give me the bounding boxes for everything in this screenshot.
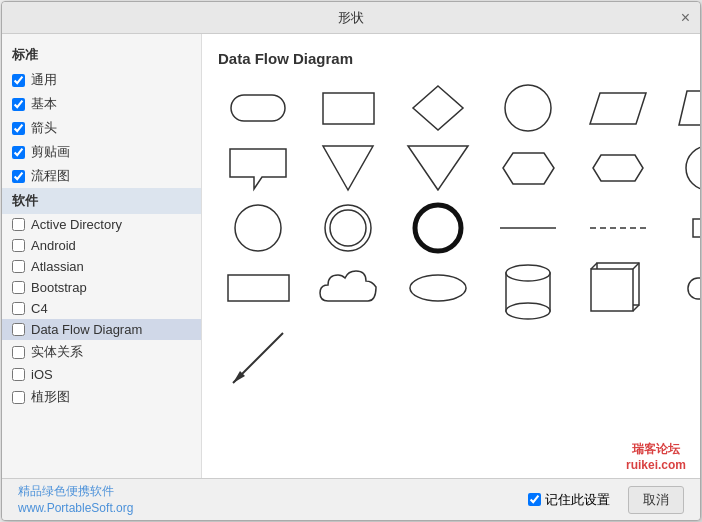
sidebar-item-android[interactable]: Android bbox=[2, 235, 201, 256]
sidebar-label-entity: 实体关系 bbox=[31, 343, 83, 361]
checkbox-general[interactable] bbox=[12, 74, 25, 87]
checkbox-arrow[interactable] bbox=[12, 122, 25, 135]
shape-box-3d bbox=[583, 263, 653, 313]
sidebar-label-flowchart: 流程图 bbox=[31, 167, 70, 185]
svg-point-20 bbox=[410, 275, 466, 301]
svg-marker-10 bbox=[593, 155, 643, 181]
svg-rect-19 bbox=[228, 275, 289, 301]
shape-dashed-line bbox=[583, 203, 653, 253]
sidebar-item-flowchart[interactable]: 流程图 bbox=[2, 164, 201, 188]
svg-rect-25 bbox=[591, 269, 633, 311]
sidebar-item-arrow[interactable]: 箭头 bbox=[2, 116, 201, 140]
shape-cloud bbox=[313, 263, 383, 313]
svg-point-14 bbox=[330, 210, 366, 246]
sidebar-label-arrow: 箭头 bbox=[31, 119, 57, 137]
svg-point-22 bbox=[506, 265, 550, 281]
checkbox-atlassian[interactable] bbox=[12, 260, 25, 273]
shapes-dialog: 形状 × 标准 通用 基本 箭头 剪贴画 bbox=[1, 1, 701, 521]
sidebar-item-basic[interactable]: 基本 bbox=[2, 92, 201, 116]
shape-diamond bbox=[403, 83, 473, 133]
shapes-grid bbox=[218, 83, 684, 383]
standard-section-header: 标准 bbox=[2, 42, 201, 68]
svg-marker-9 bbox=[503, 153, 554, 184]
sidebar-item-ios[interactable]: iOS bbox=[2, 364, 201, 385]
svg-point-3 bbox=[505, 85, 551, 131]
shape-hexagon bbox=[493, 143, 563, 193]
footer-link-line1[interactable]: 精品绿色便携软件 bbox=[18, 483, 133, 500]
footer-link-line2[interactable]: www.PortableSoft.org bbox=[18, 500, 133, 517]
close-button[interactable]: × bbox=[681, 10, 690, 26]
shape-wide-rect bbox=[223, 263, 293, 313]
checkbox-basic[interactable] bbox=[12, 98, 25, 111]
sidebar-item-clipart[interactable]: 剪贴画 bbox=[2, 140, 201, 164]
shape-triangle-down bbox=[313, 143, 383, 193]
shape-parallelogram bbox=[583, 83, 653, 133]
svg-marker-5 bbox=[679, 91, 700, 125]
checkbox-flowchart[interactable] bbox=[12, 170, 25, 183]
remember-checkbox[interactable] bbox=[528, 493, 541, 506]
sidebar-label-active-directory: Active Directory bbox=[31, 217, 122, 232]
checkbox-ios[interactable] bbox=[12, 368, 25, 381]
footer-link-area: 精品绿色便携软件 www.PortableSoft.org bbox=[18, 483, 133, 517]
sidebar-item-atlassian[interactable]: Atlassian bbox=[2, 256, 201, 277]
checkbox-active-directory[interactable] bbox=[12, 218, 25, 231]
sidebar-item-c4[interactable]: C4 bbox=[2, 298, 201, 319]
shape-oval bbox=[403, 263, 473, 313]
svg-marker-4 bbox=[590, 93, 646, 124]
shape-circle3 bbox=[223, 203, 293, 253]
shape-arrow-diagonal bbox=[223, 333, 293, 383]
software-section-header: 软件 bbox=[2, 188, 201, 214]
shape-circle-thick bbox=[403, 203, 473, 253]
svg-point-11 bbox=[686, 146, 700, 190]
sidebar-label-atlassian: Atlassian bbox=[31, 259, 84, 274]
sidebar-label-c4: C4 bbox=[31, 301, 48, 316]
remember-label: 记住此设置 bbox=[545, 491, 610, 509]
sidebar-item-bootstrap[interactable]: Bootstrap bbox=[2, 277, 201, 298]
shape-circle-double bbox=[313, 203, 383, 253]
sidebar-item-general[interactable]: 通用 bbox=[2, 68, 201, 92]
svg-point-12 bbox=[235, 205, 281, 251]
sidebar-item-data-flow[interactable]: Data Flow Diagram bbox=[2, 319, 201, 340]
shape-rect bbox=[313, 83, 383, 133]
sidebar-label-treemap: 植形图 bbox=[31, 388, 70, 406]
checkbox-treemap[interactable] bbox=[12, 391, 25, 404]
sidebar: 标准 通用 基本 箭头 剪贴画 流程图 软件 bbox=[2, 34, 202, 478]
svg-point-15 bbox=[415, 205, 461, 251]
checkbox-entity[interactable] bbox=[12, 346, 25, 359]
title-bar: 形状 × bbox=[2, 2, 700, 34]
cancel-button[interactable]: 取消 bbox=[628, 486, 684, 514]
shape-trapezoid bbox=[673, 83, 700, 133]
svg-line-28 bbox=[633, 305, 639, 311]
shape-small-rounded bbox=[673, 263, 700, 313]
svg-rect-18 bbox=[693, 219, 701, 237]
checkbox-clipart[interactable] bbox=[12, 146, 25, 159]
checkbox-data-flow[interactable] bbox=[12, 323, 25, 336]
sidebar-item-active-directory[interactable]: Active Directory bbox=[2, 214, 201, 235]
sidebar-item-entity[interactable]: 实体关系 bbox=[2, 340, 201, 364]
svg-marker-6 bbox=[230, 149, 286, 189]
svg-point-23 bbox=[506, 303, 550, 319]
svg-marker-2 bbox=[413, 86, 463, 130]
sidebar-label-general: 通用 bbox=[31, 71, 57, 89]
checkbox-bootstrap[interactable] bbox=[12, 281, 25, 294]
shape-line bbox=[493, 203, 563, 253]
svg-line-26 bbox=[591, 263, 597, 269]
sidebar-label-bootstrap: Bootstrap bbox=[31, 280, 87, 295]
sidebar-item-treemap[interactable]: 植形图 bbox=[2, 385, 201, 409]
main-area: Data Flow Diagram bbox=[202, 34, 700, 478]
svg-marker-7 bbox=[323, 146, 373, 190]
svg-rect-1 bbox=[323, 93, 374, 124]
svg-rect-29 bbox=[688, 278, 701, 299]
sidebar-label-ios: iOS bbox=[31, 367, 53, 382]
main-title: Data Flow Diagram bbox=[218, 50, 684, 67]
shape-rounded-rect bbox=[223, 83, 293, 133]
svg-marker-8 bbox=[408, 146, 468, 190]
dialog-title: 形状 bbox=[338, 9, 364, 27]
shape-arrow-left-right bbox=[583, 143, 653, 193]
remember-checkbox-area: 记住此设置 bbox=[528, 491, 610, 509]
sidebar-label-data-flow: Data Flow Diagram bbox=[31, 322, 142, 337]
shape-triangle-down2 bbox=[403, 143, 473, 193]
svg-rect-0 bbox=[231, 95, 285, 121]
checkbox-android[interactable] bbox=[12, 239, 25, 252]
checkbox-c4[interactable] bbox=[12, 302, 25, 315]
